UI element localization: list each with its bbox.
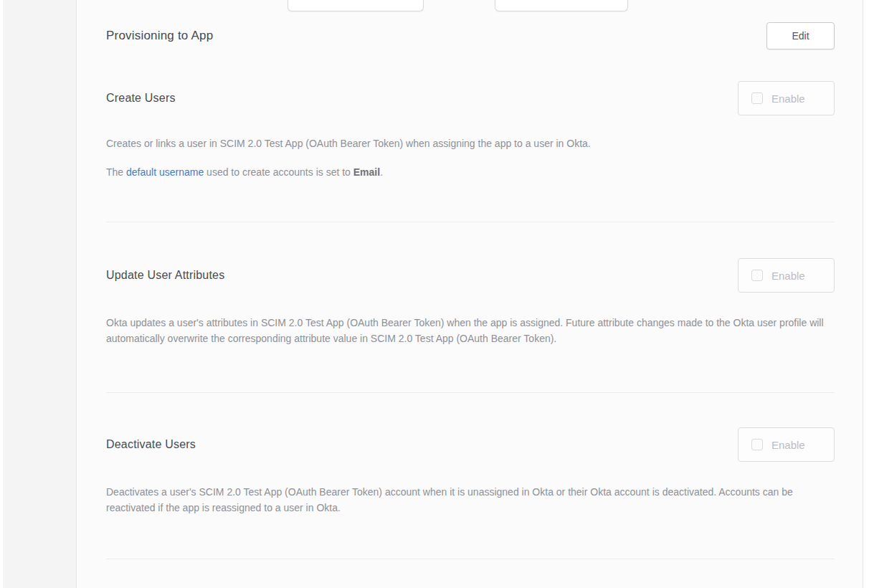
note-suffix: . <box>380 166 383 178</box>
enable-checkbox-update-user-attributes[interactable] <box>751 270 763 281</box>
page-title: Provisioning to App <box>106 29 213 43</box>
enable-toggle-update-user-attributes[interactable]: Enable <box>738 258 835 293</box>
enable-label: Enable <box>771 93 805 105</box>
enable-toggle-create-users[interactable]: Enable <box>738 81 835 115</box>
default-username-link[interactable]: default username <box>126 166 204 178</box>
enable-checkbox-create-users[interactable] <box>751 93 763 104</box>
section-deactivate-users: Deactivate Users Enable <box>106 427 835 462</box>
enable-label: Enable <box>771 439 805 451</box>
section-update-user-attributes: Update User Attributes Enable <box>106 258 835 293</box>
note-middle: used to create accounts is set to <box>204 166 353 178</box>
edit-button[interactable]: Edit <box>766 22 835 49</box>
section-divider <box>106 222 835 222</box>
enable-label: Enable <box>771 270 805 282</box>
panel-header: Provisioning to App Edit <box>106 22 835 50</box>
note-prefix: The <box>106 166 126 178</box>
section-divider <box>106 392 835 393</box>
left-sidebar <box>3 0 77 588</box>
enable-toggle-deactivate-users[interactable]: Enable <box>738 427 835 462</box>
section-create-users: Create Users Enable <box>106 81 835 115</box>
truncated-field-left <box>288 0 424 11</box>
deactivate-users-description: Deactivates a user's SCIM 2.0 Test App (… <box>106 484 835 516</box>
truncated-field-right <box>495 0 628 11</box>
enable-checkbox-deactivate-users[interactable] <box>751 439 763 450</box>
section-title-deactivate-users: Deactivate Users <box>106 438 196 451</box>
create-users-description: Creates or links a user in SCIM 2.0 Test… <box>106 136 835 151</box>
provisioning-panel: Provisioning to App Edit Create Users En… <box>77 0 863 588</box>
section-title-update-user-attributes: Update User Attributes <box>106 269 224 282</box>
section-title-create-users: Create Users <box>106 92 176 105</box>
default-username-note: The default username used to create acco… <box>106 164 835 180</box>
section-divider <box>106 559 835 559</box>
update-user-attributes-description: Okta updates a user's attributes in SCIM… <box>106 315 835 346</box>
note-emphasis: Email <box>353 166 380 178</box>
